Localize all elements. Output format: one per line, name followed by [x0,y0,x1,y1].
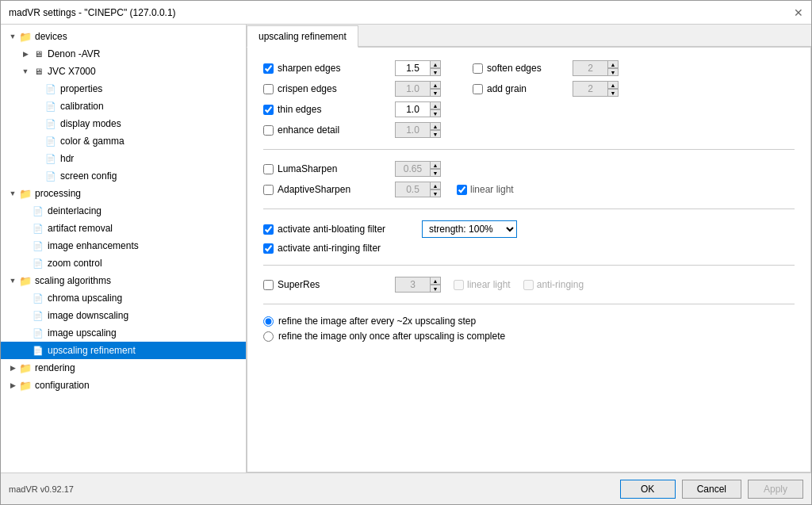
thin-edges-input[interactable] [395,101,431,117]
sidebar-item-color-gamma[interactable]: ▶ 📄 color & gamma [1,132,246,150]
sidebar-item-processing[interactable]: ▼ 📁 processing [1,185,246,202]
superres-label[interactable]: SuperRes [263,279,390,290]
soften-edges-up[interactable]: ▲ [607,60,619,68]
add-grain-checkbox[interactable] [473,84,483,94]
add-grain-label[interactable]: add grain [473,83,568,94]
anti-ringing-filter-label[interactable]: activate anti-ringing filter [263,243,422,254]
tab-upscaling-refinement[interactable]: upscaling refinement [247,25,358,48]
enhance-detail-checkbox[interactable] [263,125,274,136]
soften-edges-down[interactable]: ▼ [607,68,619,76]
label-chroma-upscaling: chroma upscaling [48,293,122,304]
radio2-input[interactable] [263,331,274,342]
sidebar-item-denon[interactable]: ▶ 🖥 Denon -AVR [1,45,246,63]
sidebar-item-scaling-algorithms[interactable]: ▼ 📁 scaling algorithms [1,272,246,289]
cancel-button[interactable]: Cancel [682,480,741,499]
add-grain-spin-group: ▲ ▼ [607,81,619,97]
luma-sharpen-checkbox[interactable] [263,164,274,174]
anti-bloating-dropdown[interactable]: strength: 100% strength: 75% strength: 5… [422,220,517,238]
luma-sharpen-down[interactable]: ▼ [430,169,441,177]
crispen-edges-input[interactable] [395,81,431,97]
sidebar-item-chroma-upscaling[interactable]: ▶ 📄 chroma upscaling [1,289,246,307]
adaptive-sharpen-label[interactable]: AdaptiveSharpen [263,184,390,195]
sidebar-item-devices[interactable]: ▼ 📁 devices [1,28,246,45]
sidebar-item-upscaling-refinement[interactable]: ▶ 📄 upscaling refinement [1,342,246,359]
sidebar-item-hdr[interactable]: ▶ 📄 hdr [1,150,246,167]
superres-down[interactable]: ▼ [430,285,441,293]
crispen-edges-row: crispen edges ▲ ▼ add grain [263,81,795,97]
thin-edges-up[interactable]: ▲ [430,101,441,109]
sidebar-item-image-downscaling[interactable]: ▶ 📄 image downscaling [1,307,246,324]
add-grain-input[interactable] [573,81,608,97]
sidebar-item-properties[interactable]: ▶ 📄 properties [1,80,246,98]
adaptive-linear-light-checkbox[interactable] [457,185,467,195]
sidebar-item-calibration[interactable]: ▶ 📄 calibration [1,98,246,115]
sidebar-item-display-modes[interactable]: ▶ 📄 display modes [1,115,246,132]
crispen-edges-checkbox[interactable] [263,84,274,94]
sharpen-edges-input[interactable]: 1.5 [395,60,431,76]
soften-edges-checkbox[interactable] [473,63,483,74]
soften-edges-input[interactable]: 2 [573,60,608,76]
adaptive-sharpen-checkbox[interactable] [263,185,274,195]
folder-icon-processing: 📁 [18,187,33,200]
add-grain-down[interactable]: ▼ [607,89,619,97]
sharpen-edges-down[interactable]: ▼ [430,68,441,76]
soften-edges-label[interactable]: soften edges [473,63,568,74]
superres-checkbox[interactable] [263,280,274,290]
thin-edges-down[interactable]: ▼ [430,109,441,117]
sharpen-edges-spin-group: ▲ ▼ [430,60,441,76]
adaptive-sharpen-up[interactable]: ▲ [430,182,441,189]
doc-icon-chroma-upscaling: 📄 [31,292,45,304]
superres-linear-light-label[interactable]: linear light [454,279,511,290]
main-panel: upscaling refinement sharpen edges 1.5 ▲… [247,25,811,472]
sidebar-item-artifact-removal[interactable]: ▶ 📄 artifact removal [1,220,246,237]
doc-icon-zoom-control: 📄 [31,257,45,270]
adaptive-sharpen-input[interactable] [395,182,431,197]
luma-sharpen-input[interactable] [395,161,431,177]
crispen-edges-label[interactable]: crispen edges [263,83,390,94]
thin-edges-row: thin edges ▲ ▼ [263,101,795,117]
superres-anti-ringing-checkbox[interactable] [523,280,534,290]
version-label: madVR v0.92.17 [9,484,74,494]
anti-ringing-filter-checkbox[interactable] [263,243,274,254]
superres-up[interactable]: ▲ [430,277,441,285]
superres-anti-ringing-label[interactable]: anti-ringing [523,279,584,290]
sharpen-edges-label[interactable]: sharpen edges [263,63,390,74]
anti-bloating-checkbox[interactable] [263,224,274,235]
ok-button[interactable]: OK [620,480,676,499]
radio2-label[interactable]: refine the image only once after upscali… [263,331,505,342]
sidebar-item-image-upscaling[interactable]: ▶ 📄 image upscaling [1,324,246,342]
apply-button[interactable]: Apply [748,480,803,499]
add-grain-up[interactable]: ▲ [607,81,619,89]
superres-linear-light-checkbox[interactable] [454,280,464,290]
crispen-edges-down[interactable]: ▼ [430,89,441,97]
label-display-modes: display modes [60,118,121,129]
crispen-edges-up[interactable]: ▲ [430,81,441,89]
sidebar-item-jvc[interactable]: ▼ 🖥 JVC X7000 [1,63,246,80]
thin-edges-label[interactable]: thin edges [263,104,390,115]
anti-bloating-label[interactable]: activate anti-bloating filter [263,224,422,235]
sharpen-edges-up[interactable]: ▲ [430,60,441,68]
enhance-detail-label[interactable]: enhance detail [263,124,390,136]
close-button[interactable]: ✕ [794,7,803,18]
enhance-detail-up[interactable]: ▲ [430,122,441,130]
sidebar-item-configuration[interactable]: ▶ 📁 configuration [1,377,246,394]
sharpen-edges-checkbox[interactable] [263,63,274,74]
sidebar-item-deinterlacing[interactable]: ▶ 📄 deinterlacing [1,202,246,220]
enhance-detail-down[interactable]: ▼ [430,130,441,138]
enhance-detail-input[interactable] [395,122,431,138]
superres-input[interactable] [395,277,431,293]
sidebar-item-rendering[interactable]: ▶ 📁 rendering [1,359,246,377]
sidebar-item-zoom-control[interactable]: ▶ 📄 zoom control [1,254,246,272]
radio1-input[interactable] [263,316,274,327]
sidebar-item-image-enhancements[interactable]: ▶ 📄 image enhancements [1,237,246,254]
sharpen-edges-spinbox: 1.5 ▲ ▼ [395,60,441,76]
luma-sharpen-text: LumaSharpen [278,163,337,174]
superres-text: SuperRes [278,279,320,290]
adaptive-sharpen-down[interactable]: ▼ [430,189,441,197]
luma-sharpen-up[interactable]: ▲ [430,161,441,169]
sidebar-item-screen-config[interactable]: ▶ 📄 screen config [1,167,246,185]
thin-edges-checkbox[interactable] [263,105,274,115]
radio1-label[interactable]: refine the image after every ~2x upscali… [263,316,476,327]
luma-sharpen-label[interactable]: LumaSharpen [263,163,390,174]
adaptive-linear-light-label[interactable]: linear light [457,184,514,195]
